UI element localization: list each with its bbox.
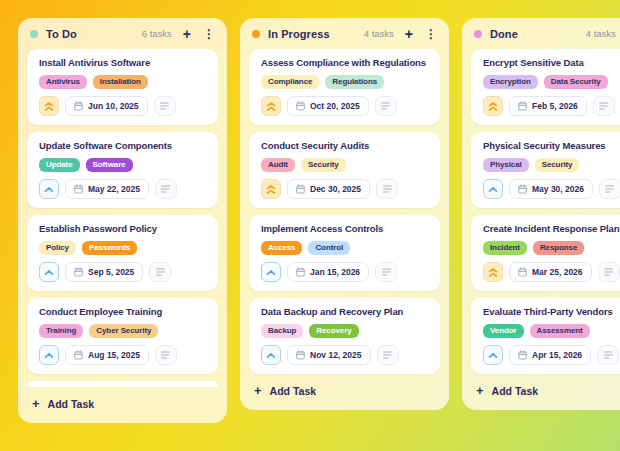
card-meta: Apr 15, 2026: [483, 345, 620, 365]
notes-icon: [382, 268, 391, 276]
tag-list: EncryptionData Security: [483, 75, 620, 89]
tag-pill: Software: [86, 158, 133, 172]
tag-pill: Response: [533, 241, 584, 255]
calendar-icon: [296, 267, 305, 277]
tag-pill: Compliance: [261, 75, 319, 89]
task-card[interactable]: Data Backup and Recovery Plan BackupReco…: [249, 298, 440, 374]
task-title: Assess Compliance with Regulations: [261, 57, 428, 69]
add-card-icon[interactable]: +: [405, 27, 413, 41]
tag-pill: Vendor: [483, 324, 524, 338]
task-card[interactable]: Encrypt Sensitive Data EncryptionData Se…: [471, 49, 620, 125]
tag-pill: Control: [308, 241, 350, 255]
add-task-button[interactable]: + Add Task: [27, 387, 218, 423]
calendar-icon: [518, 101, 527, 111]
description-chip: [377, 345, 399, 365]
tag-pill: Data Security: [544, 75, 608, 89]
due-date-chip: May 22, 2025: [65, 179, 149, 199]
task-title: Evaluate Third-Party Vendors: [483, 306, 620, 318]
notes-icon: [381, 102, 390, 110]
due-date: Oct 20, 2025: [310, 101, 360, 111]
due-date-chip: Aug 15, 2025: [65, 345, 149, 365]
tag-list: BackupRecovery: [261, 324, 428, 338]
task-card[interactable]: Establish Password Policy PolicyPassword…: [27, 215, 218, 291]
column-header: Done 4 tasks + ⋮: [471, 18, 620, 49]
task-title: Install Antivirus Software: [39, 57, 206, 69]
column-color-dot: [474, 30, 482, 38]
card-meta: Dec 30, 2025: [261, 179, 428, 199]
task-title: Conduct Employee Training: [39, 306, 206, 318]
board-column-in-progress: In Progress 4 tasks + ⋮ Assess Complianc…: [240, 18, 449, 410]
notes-icon: [161, 185, 170, 193]
description-chip: [598, 262, 620, 282]
due-date: May 30, 2026: [532, 184, 584, 194]
column-menu-icon[interactable]: ⋮: [203, 28, 215, 40]
description-chip: [593, 96, 615, 116]
tag-pill: Incident: [483, 241, 527, 255]
tag-pill: Security: [535, 158, 580, 172]
due-date: Apr 15, 2026: [532, 350, 582, 360]
tag-pill: Audit: [261, 158, 295, 172]
task-card[interactable]: Conduct Security Audits AuditSecurity De…: [249, 132, 440, 208]
card-meta: May 22, 2025: [39, 179, 206, 199]
task-card[interactable]: Install Antivirus Software AntivirusInst…: [27, 49, 218, 125]
card-meta: Aug 15, 2025: [39, 345, 206, 365]
column-header: To Do 6 tasks + ⋮: [27, 18, 218, 49]
add-card-icon[interactable]: +: [183, 27, 191, 41]
calendar-icon: [296, 184, 305, 194]
due-date-chip: Jan 15, 2026: [287, 262, 369, 282]
calendar-icon: [518, 267, 527, 277]
due-date-chip: Jun 10, 2025: [65, 96, 148, 116]
task-title: Establish Password Policy: [39, 223, 206, 235]
board-column-done: Done 4 tasks + ⋮ Encrypt Sensitive Data …: [462, 18, 620, 410]
tag-pill: Assessment: [530, 324, 590, 338]
tag-list: AccessControl: [261, 241, 428, 255]
tag-pill: Training: [39, 324, 83, 338]
description-chip: [375, 262, 397, 282]
tag-list: AuditSecurity: [261, 158, 428, 172]
card-meta: Jan 15, 2026: [261, 262, 428, 282]
task-card[interactable]: Implement Access Controls AccessControl …: [249, 215, 440, 291]
due-date-chip: Feb 5, 2026: [509, 96, 587, 116]
tag-pill: Access: [261, 241, 302, 255]
priority-high-icon: [261, 179, 281, 199]
card-meta: May 30, 2026: [483, 179, 620, 199]
task-title: Conduct Security Audits: [261, 140, 428, 152]
tag-pill: Antivirus: [39, 75, 87, 89]
task-card[interactable]: Conduct Employee Training TrainingCyber …: [27, 298, 218, 374]
notes-icon: [156, 268, 165, 276]
task-card[interactable]: Assess Compliance with Regulations Compl…: [249, 49, 440, 125]
priority-up-icon: [39, 345, 59, 365]
task-title: Physical Security Measures: [483, 140, 620, 152]
task-card[interactable]: Physical Security Measures PhysicalSecur…: [471, 132, 620, 208]
tag-pill: Recovery: [309, 324, 358, 338]
due-date-chip: Mar 25, 2026: [509, 262, 592, 282]
kanban-board: To Do 6 tasks + ⋮ Install Antivirus Soft…: [18, 18, 620, 423]
calendar-icon: [74, 184, 83, 194]
task-title: Update Software Components: [39, 140, 206, 152]
due-date: Aug 15, 2025: [88, 350, 140, 360]
plus-icon: +: [254, 386, 262, 396]
calendar-icon: [518, 350, 527, 360]
task-card[interactable]: Create Incident Response Plan IncidentRe…: [471, 215, 620, 291]
card-meta: Nov 12, 2025: [261, 345, 428, 365]
add-task-button[interactable]: + Add Task: [249, 374, 440, 410]
task-card[interactable]: Evaluate Third-Party Vendors VendorAsses…: [471, 298, 620, 374]
due-date-chip: Dec 30, 2025: [287, 179, 370, 199]
column-color-dot: [252, 30, 260, 38]
column-menu-icon[interactable]: ⋮: [425, 28, 437, 40]
card-meta: Mar 25, 2026: [483, 262, 620, 282]
card-meta: Feb 5, 2026: [483, 96, 620, 116]
description-chip: [155, 179, 177, 199]
priority-up-icon: [261, 262, 281, 282]
notes-icon: [161, 351, 170, 359]
column-task-count: 4 tasks: [364, 28, 394, 39]
card-meta: Oct 20, 2025: [261, 96, 428, 116]
priority-up-icon: [483, 345, 503, 365]
add-task-button[interactable]: + Add Task: [471, 374, 620, 410]
calendar-icon: [74, 101, 83, 111]
card-meta: Sep 5, 2025: [39, 262, 206, 282]
calendar-icon: [518, 184, 527, 194]
notes-icon: [160, 102, 169, 110]
task-card[interactable]: Update Software Components UpdateSoftwar…: [27, 132, 218, 208]
tag-pill: Passwords: [82, 241, 137, 255]
